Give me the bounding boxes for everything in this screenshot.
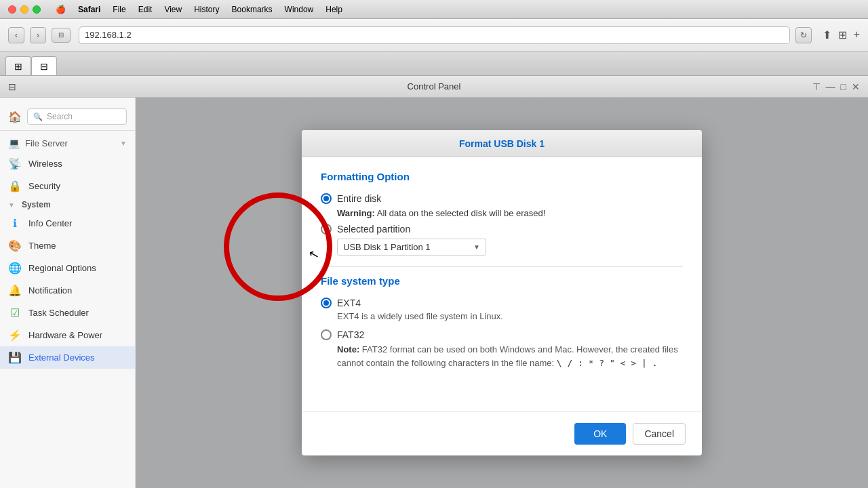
system-label: System	[22, 200, 51, 209]
cp-filter-icon[interactable]: ⊤	[812, 81, 821, 92]
sidebar-item-wireless[interactable]: 📡 Wireless	[0, 152, 135, 175]
wireless-icon: 📡	[8, 157, 22, 170]
ext4-option[interactable]: EXT4	[321, 298, 683, 308]
home-icon[interactable]: 🏠	[8, 110, 22, 123]
cp-titlebar: ⊟ Control Panel ⊤ — □ ✕	[0, 76, 868, 98]
help-menu[interactable]: Help	[321, 5, 347, 14]
refresh-button[interactable]: ↻	[795, 27, 812, 43]
control-panel-window: ⊟ Control Panel ⊤ — □ ✕ 🏠 🔍 Search	[0, 76, 868, 488]
section-divider	[321, 266, 683, 267]
sidebar-item-regional-options[interactable]: 🌐 Regional Options	[0, 257, 135, 279]
sidebar-item-system[interactable]: ▼ System	[0, 197, 135, 212]
external-devices-icon: 💾	[8, 351, 22, 364]
fat32-radio[interactable]	[321, 329, 332, 340]
selected-partition-radio[interactable]	[321, 224, 332, 235]
sidebar-item-theme[interactable]: 🎨 Theme	[0, 235, 135, 257]
close-button[interactable]	[8, 5, 16, 14]
ext4-radio[interactable]	[321, 298, 332, 308]
system-arrow-icon: ▼	[8, 201, 15, 209]
sidebar-item-task-scheduler[interactable]: ☑ Task Scheduler	[0, 302, 135, 324]
sidebar-item-info-center[interactable]: ℹ Info Center	[0, 212, 135, 235]
fat32-option[interactable]: FAT32	[321, 329, 683, 340]
sidebar-item-security[interactable]: 🔒 Security	[0, 175, 135, 197]
notification-icon: 🔔	[8, 284, 22, 297]
maximize-button[interactable]	[33, 5, 41, 14]
cp-title: Control Panel	[408, 81, 461, 92]
info-center-icon: ℹ	[8, 217, 22, 230]
cp-maximize-icon[interactable]: □	[841, 81, 846, 92]
dialog-titlebar: Format USB Disk 1	[302, 130, 702, 157]
file-server-chevron: ▼	[120, 140, 127, 147]
entire-disk-radio[interactable]	[321, 193, 332, 204]
minimize-button[interactable]	[20, 5, 28, 14]
browser-icons: ⬆ ⊞ +	[823, 28, 860, 41]
sidebar-item-notification[interactable]: 🔔 Notification	[0, 279, 135, 302]
search-placeholder: Search	[47, 112, 73, 121]
file-menu[interactable]: File	[108, 5, 130, 14]
theme-label: Theme	[28, 241, 56, 251]
regional-options-icon: 🌐	[8, 262, 22, 274]
entire-disk-label: Entire disk	[337, 193, 381, 204]
ok-button[interactable]: OK	[574, 423, 626, 445]
task-scheduler-label: Task Scheduler	[28, 308, 89, 318]
browser-toolbar: ‹ › ⊟ 192.168.1.2 ↻ ⬆ ⊞ +	[0, 19, 868, 52]
tab-1[interactable]: ⊞	[5, 56, 31, 75]
add-bookmark-icon[interactable]: +	[854, 28, 860, 41]
sidebar-item-external-devices[interactable]: 💾 External Devices	[0, 346, 135, 369]
new-tab-icon[interactable]: ⊞	[838, 28, 847, 41]
view-menu[interactable]: View	[160, 5, 186, 14]
fat32-label: FAT32	[337, 329, 364, 340]
edit-menu[interactable]: Edit	[134, 5, 157, 14]
partition-dropdown-value: USB Disk 1 Partition 1	[343, 242, 431, 252]
entire-disk-option[interactable]: Entire disk	[321, 193, 683, 204]
note-chars: \ / : * ? " < > | .	[557, 358, 658, 368]
note-label: Note:	[337, 344, 359, 354]
cp-close-icon[interactable]: ✕	[852, 81, 860, 92]
tab-2-icon: ⊟	[40, 61, 48, 72]
share-icon[interactable]: ⬆	[823, 28, 831, 41]
url-text: 192.168.1.2	[85, 30, 132, 40]
sidebar-toggle-button[interactable]: ⊟	[52, 28, 71, 43]
bookmarks-menu[interactable]: Bookmarks	[228, 5, 277, 14]
traffic-lights	[8, 5, 41, 14]
mac-menubar: 🍎 Safari File Edit View History Bookmark…	[0, 0, 868, 19]
partition-dropdown-arrow: ▼	[473, 243, 480, 251]
history-menu[interactable]: History	[190, 5, 223, 14]
file-server-label: File Server	[25, 138, 68, 148]
cp-window-icon: ⊟	[8, 81, 16, 92]
theme-icon: 🎨	[8, 239, 22, 252]
window-menu[interactable]: Window	[281, 5, 318, 14]
sidebar: 🏠 🔍 Search 💻 File Server ▼ 📡 Wireless	[0, 98, 136, 488]
tab-2[interactable]: ⊟	[31, 56, 57, 75]
warning-message: All data on the selected disk will be er…	[377, 208, 546, 218]
forward-button[interactable]: ›	[30, 27, 46, 43]
ext4-label: EXT4	[337, 298, 361, 308]
back-button[interactable]: ‹	[8, 27, 24, 43]
file-server-icon: 💻	[8, 138, 20, 148]
sidebar-item-hardware-power[interactable]: ⚡ Hardware & Power	[0, 324, 135, 346]
cp-minimize-icon[interactable]: —	[826, 81, 835, 92]
dialog-footer: OK Cancel	[302, 411, 702, 455]
cp-icon-area: ⊟	[8, 81, 16, 92]
cancel-button[interactable]: Cancel	[633, 423, 686, 445]
sidebar-search[interactable]: 🔍 Search	[27, 108, 127, 125]
formatting-option-section: Formatting Option Entire disk Warning:	[321, 171, 683, 267]
fat32-note: Note: FAT32 format can be used on both W…	[337, 343, 683, 369]
dialog-overlay: ↖ Format USB Disk 1 Formatting Option	[136, 98, 868, 488]
search-icon: 🔍	[33, 113, 43, 121]
entire-disk-radio-dot	[323, 196, 329, 201]
formatting-option-title: Formatting Option	[321, 171, 683, 182]
tab-bar: ⊞ ⊟	[0, 52, 868, 76]
hardware-power-label: Hardware & Power	[28, 330, 102, 340]
regional-options-label: Regional Options	[28, 263, 96, 273]
cp-content: 🏠 🔍 Search 💻 File Server ▼ 📡 Wireless	[0, 98, 868, 488]
partition-dropdown[interactable]: USB Disk 1 Partition 1 ▼	[337, 239, 486, 256]
safari-menu[interactable]: Safari	[74, 5, 104, 14]
selected-partition-option[interactable]: Selected partition	[321, 224, 683, 235]
apple-menu[interactable]: 🍎	[52, 5, 70, 14]
hardware-power-icon: ⚡	[8, 329, 22, 342]
url-bar[interactable]: 192.168.1.2	[79, 26, 790, 44]
ext4-description: EXT4 is a widely used file system in Lin…	[337, 311, 683, 321]
warning-label: Warning:	[337, 208, 375, 218]
main-panel: ↖ Format USB Disk 1 Formatting Option	[136, 98, 868, 488]
